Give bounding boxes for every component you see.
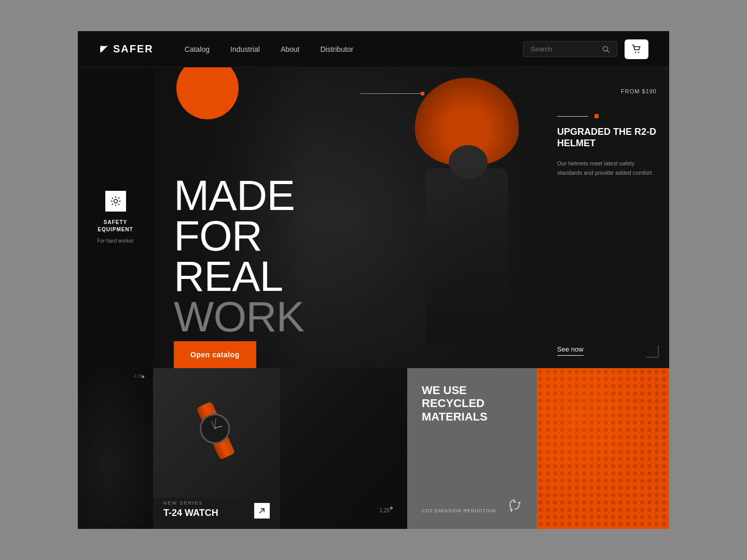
nav-industrial[interactable]: Industrial [230, 45, 260, 53]
sidebar-sub-label: For hard worker [97, 237, 134, 245]
product-line [557, 114, 657, 118]
watch-name: T-24 WATCH [163, 508, 270, 519]
hero-title-line1: MADE [174, 175, 304, 216]
browser-window: SAFER Catalog Industrial About Distribut… [78, 31, 669, 529]
bottom-section: -1.5° NEW SERIES T-24 WATCH [78, 368, 669, 529]
svg-point-3 [638, 51, 639, 52]
logo-area[interactable]: SAFER [99, 43, 154, 55]
hero-sidebar: SAFETY EQUIPMENT For hard worker [78, 67, 153, 368]
recycle-icon [507, 498, 522, 513]
hero-section: SAFETY EQUIPMENT For hard worker MADE FO… [78, 67, 669, 368]
hero-title: MADE FOR REAL WORK [174, 175, 304, 337]
watch-card: NEW SERIES T-24 WATCH [153, 368, 280, 529]
svg-point-4 [114, 200, 117, 203]
gear-icon-box [105, 191, 126, 212]
nav-links: Catalog Industrial About Distributor [185, 45, 523, 53]
product-title: UPGRADED THE R2-D HELMET [557, 127, 657, 149]
watch-series: NEW SERIES [163, 500, 270, 506]
product-panel: FROM $190 UPGRADED THE R2-D HELMET Our h… [545, 67, 669, 368]
corner-bracket [646, 345, 659, 358]
search-box[interactable] [523, 41, 617, 57]
watch-image [153, 368, 280, 498]
recycle-card: WE USE RECYCLED MATERIALS CO2 EMISSION R… [407, 368, 537, 529]
product-description: Our helmets meet latest safety standards… [557, 159, 657, 177]
recycle-icon-area [507, 498, 522, 513]
bottom-left-col: -1.5° [78, 368, 153, 529]
recycle-title: WE USE RECYCLED MATERIALS [422, 384, 522, 423]
product-price: FROM $190 [621, 88, 657, 94]
hero-title-line2: FOR [174, 216, 304, 256]
hero-title-line3: REAL [174, 256, 304, 297]
gear-icon [110, 195, 121, 207]
cart-icon [632, 45, 641, 54]
nav-catalog[interactable]: Catalog [185, 45, 210, 53]
product-line-bar [557, 116, 588, 117]
svg-line-1 [607, 50, 610, 52]
nav-distributor[interactable]: Distributor [320, 45, 353, 53]
nav-right [523, 39, 648, 59]
cart-button[interactable] [625, 39, 648, 59]
product-dot [594, 114, 599, 118]
logo-icon [99, 44, 110, 55]
search-input[interactable] [531, 45, 598, 53]
orange-dots-card [537, 368, 669, 529]
svg-point-2 [635, 51, 636, 52]
hero-title-line4: WORK [174, 297, 304, 337]
nav-about[interactable]: About [281, 45, 300, 53]
co2-label: CO2 EMISSION REDUCTION [422, 508, 496, 513]
watch-info: NEW SERIES T-24 WATCH [163, 500, 270, 519]
sidebar-equipment-label: SAFETY EQUIPMENT [88, 219, 143, 233]
navbar: SAFER Catalog Industrial About Distribut… [78, 31, 669, 67]
see-now-link[interactable]: See now [557, 345, 584, 356]
search-icon [602, 46, 610, 53]
stone-col: 1.25° [280, 368, 407, 529]
logo-text: SAFER [113, 43, 154, 55]
open-catalog-button[interactable]: Open catalog [174, 341, 256, 368]
